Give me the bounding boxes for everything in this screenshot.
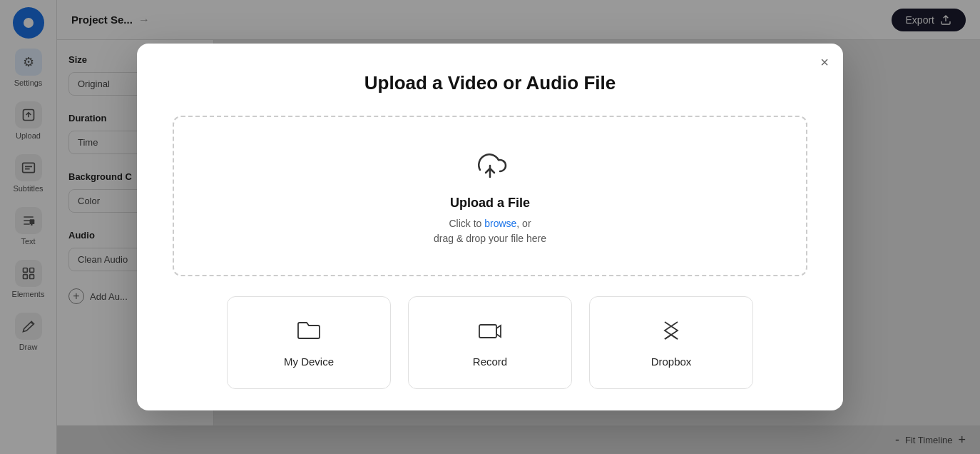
drop-zone-title: Upload a File — [188, 196, 792, 211]
source-my-device-label: My Device — [284, 355, 334, 368]
svg-rect-8 — [479, 325, 496, 338]
upload-modal: × Upload a Video or Audio File Upload a … — [137, 44, 843, 410]
dropbox-icon — [658, 318, 684, 347]
modal-close-button[interactable]: × — [820, 55, 829, 69]
browse-link[interactable]: browse — [484, 218, 516, 229]
source-options: My Device Record Dropbox — [173, 296, 807, 389]
source-dropbox[interactable]: Dropbox — [589, 296, 753, 389]
upload-cloud-icon — [470, 146, 510, 186]
modal-title: Upload a Video or Audio File — [173, 72, 807, 94]
source-record-label: Record — [473, 355, 507, 368]
drop-zone-subtitle: Click to browse, ordrag & drop your file… — [188, 216, 792, 246]
folder-icon — [296, 318, 322, 347]
source-dropbox-label: Dropbox — [651, 355, 692, 368]
source-record[interactable]: Record — [408, 296, 572, 389]
camera-icon — [477, 318, 503, 347]
file-drop-zone[interactable]: Upload a File Click to browse, ordrag & … — [173, 116, 807, 276]
source-my-device[interactable]: My Device — [227, 296, 391, 389]
